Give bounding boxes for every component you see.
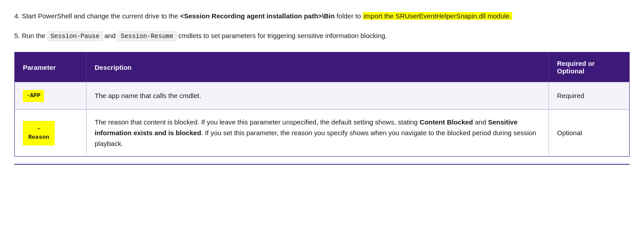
session-pause-code: Session-Pause — [47, 31, 102, 41]
reason-description-cell: The reason that content is blocked. If y… — [87, 110, 549, 157]
reason-required-cell: Optional — [549, 110, 630, 157]
table-row: -APP The app name that calls the cmdlet.… — [15, 82, 630, 110]
step-4-paragraph: 4. Start PowerShell and change the curre… — [14, 11, 630, 21]
reason-badge-text: Reason — [28, 134, 49, 141]
table-row: – Reason The reason that content is bloc… — [15, 110, 630, 157]
bottom-divider — [14, 164, 630, 165]
reason-desc-bold1: Content Blocked — [420, 118, 473, 126]
reason-desc-text1: The reason that content is blocked. If y… — [95, 118, 420, 126]
step-5-connector: and — [103, 32, 117, 39]
app-description-cell: The app name that calls the cmdlet. — [87, 82, 549, 110]
app-required-cell: Required — [549, 82, 630, 110]
reason-desc-text2: and — [473, 118, 488, 126]
step-5-prefix: 5. Run the — [14, 32, 47, 39]
header-description: Description — [87, 52, 549, 82]
table-header-row: Parameter Description Required or Option… — [15, 52, 630, 82]
session-resume-code: Session-Resume — [117, 31, 177, 41]
table-body: -APP The app name that calls the cmdlet.… — [15, 82, 630, 157]
parameters-table: Parameter Description Required or Option… — [14, 52, 630, 157]
param-reason-cell: – Reason — [15, 110, 87, 157]
reason-badge: – Reason — [23, 121, 55, 146]
content-area: 4. Start PowerShell and change the curre… — [14, 11, 630, 165]
app-badge: -APP — [23, 90, 44, 102]
step-4-prefix: 4. Start PowerShell and change the curre… — [14, 12, 180, 20]
step-4-highlight: import the SRUserEventHelperSnapin.dll m… — [363, 12, 512, 20]
reason-badge-dash: – — [37, 125, 41, 132]
param-app-cell: -APP — [15, 82, 87, 110]
table-header: Parameter Description Required or Option… — [15, 52, 630, 82]
header-parameter: Parameter — [15, 52, 87, 82]
step-5-suffix: cmdlets to set parameters for triggering… — [177, 32, 387, 39]
step-5-paragraph: 5. Run the Session-Pause and Session-Res… — [14, 30, 630, 41]
step-4-bold-path: <Session Recording agent installation pa… — [180, 12, 335, 20]
step-4-middle: folder to — [335, 12, 363, 20]
header-required-optional: Required or Optional — [549, 52, 630, 82]
